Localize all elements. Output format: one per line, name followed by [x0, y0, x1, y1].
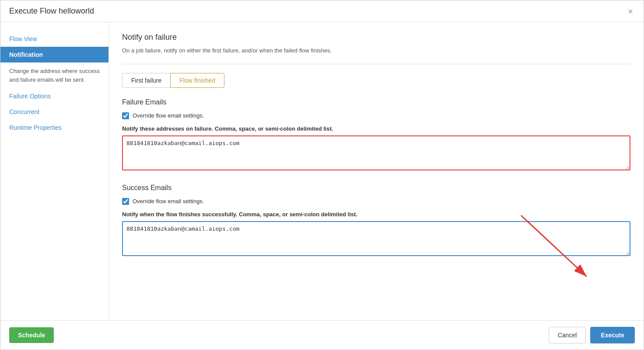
main-content: Notify on failure On a job failure, noti… [109, 22, 644, 320]
success-emails-title: Success Emails [122, 184, 630, 192]
sidebar-item-concurrent[interactable]: Concurrent [0, 104, 108, 120]
failure-field-label: Notify these addresses on failure. Comma… [122, 125, 630, 132]
dialog-header: Execute Flow helloworld × [0, 0, 644, 22]
success-override-label: Override flow email settings. [133, 198, 204, 204]
dialog-title: Execute Flow helloworld [9, 7, 94, 16]
sidebar-item-runtime-properties[interactable]: Runtime Properties [0, 120, 108, 135]
success-override-checkbox[interactable] [122, 198, 129, 205]
sidebar: Flow View Notification Change the addres… [0, 22, 109, 320]
success-field-label: Notify when the flow finishes successful… [122, 211, 630, 218]
success-emails-section: Success Emails Override flow email setti… [122, 184, 630, 257]
dialog-body: Flow View Notification Change the addres… [0, 22, 644, 320]
tab-first-failure[interactable]: First failure [122, 73, 170, 88]
section-divider [122, 64, 630, 64]
failure-override-label: Override flow email settings. [133, 112, 204, 119]
sidebar-item-flow-view[interactable]: Flow View [0, 31, 108, 47]
tab-flow-finished[interactable]: Flow finished [170, 73, 224, 88]
failure-emails-section: Failure Emails Override flow email setti… [122, 98, 630, 172]
section-description: On a job failure, notify on either the f… [122, 46, 630, 55]
cancel-button[interactable]: Cancel [549, 327, 586, 343]
sidebar-description: Change the address where success and fai… [0, 62, 108, 88]
failure-emails-title: Failure Emails [122, 98, 630, 106]
failure-email-textarea[interactable] [122, 135, 630, 170]
execute-flow-dialog: Execute Flow helloworld × Flow View Noti… [0, 0, 644, 350]
sidebar-item-failure-options[interactable]: Failure Options [0, 88, 108, 104]
sidebar-item-notification[interactable]: Notification [0, 47, 108, 62]
success-email-textarea[interactable] [122, 221, 630, 256]
failure-override-checkbox[interactable] [122, 112, 129, 119]
schedule-button[interactable]: Schedule [9, 327, 54, 343]
execute-button[interactable]: Execute [590, 327, 635, 343]
dialog-footer: Schedule Cancel Execute [0, 320, 644, 350]
footer-right-buttons: Cancel Execute [549, 327, 635, 343]
failure-override-row: Override flow email settings. [122, 112, 630, 119]
section-title: Notify on failure [122, 33, 630, 42]
close-button[interactable]: × [626, 7, 635, 16]
success-override-row: Override flow email settings. [122, 198, 630, 205]
tabs-container: First failure Flow finished [122, 73, 630, 88]
